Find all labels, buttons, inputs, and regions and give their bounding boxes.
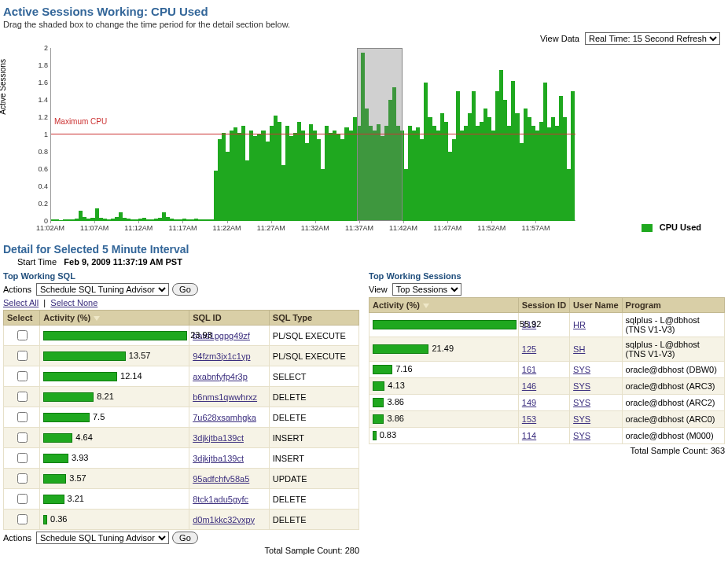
page-subtitle: Drag the shaded box to change the time p… xyxy=(3,20,725,29)
actions-label: Actions xyxy=(3,285,31,294)
col-activity[interactable]: Activity (%) xyxy=(40,311,189,326)
top-sql-title: Top Working SQL xyxy=(3,271,359,281)
page-title: Active Sessions Working: CPU Used xyxy=(3,5,725,18)
table-row: 3.218tck1adu5gyfcDELETE xyxy=(4,489,359,510)
sqlid-link[interactable]: axabnfyfp4r3p xyxy=(193,372,248,381)
sqltype-cell: DELETE xyxy=(269,510,358,530)
row-select-checkbox[interactable] xyxy=(17,330,28,340)
select-links: Select All | Select None xyxy=(3,298,359,307)
x-tick: 11:17AM xyxy=(168,224,197,232)
row-select-checkbox[interactable] xyxy=(17,432,28,443)
sqltype-cell: SELECT xyxy=(269,366,358,387)
session-id-link[interactable]: 149 xyxy=(522,398,536,407)
col-sqlid[interactable]: SQL ID xyxy=(189,311,270,326)
sessions-view-select[interactable]: Top Sessions xyxy=(392,283,461,296)
y-tick: 0.4 xyxy=(28,182,48,190)
user-name-link[interactable]: SYS xyxy=(573,431,590,440)
select-all-link[interactable]: Select All xyxy=(3,298,39,307)
session-id-link[interactable]: 146 xyxy=(522,381,536,391)
y-tick: 0.6 xyxy=(28,165,48,173)
sqlid-link[interactable]: 7u628xsamhgka xyxy=(193,413,256,422)
y-tick: 1.8 xyxy=(28,61,48,69)
program-cell: sqlplus - L@dbhost (TNS V1-V3) xyxy=(622,313,724,337)
sqltype-cell: DELETE xyxy=(269,489,358,510)
sql-actions-select-bottom[interactable]: Schedule SQL Tuning Advisor xyxy=(36,532,169,544)
table-row: 13.5794fzm3jx1c1ypPL/SQL EXECUTE xyxy=(4,346,359,366)
y-axis-label: Active Sessions xyxy=(0,59,7,115)
row-select-checkbox[interactable] xyxy=(17,351,28,361)
activity-bar xyxy=(43,413,90,422)
activity-value: 13.57 xyxy=(129,351,151,360)
sql-go-button-top[interactable]: Go xyxy=(172,283,198,296)
sqlid-link[interactable]: d0m1kkc32vxpy xyxy=(193,515,255,524)
activity-value: 4.64 xyxy=(75,432,92,442)
col-activity-sess[interactable]: Activity (%) xyxy=(370,298,519,313)
chart-bars xyxy=(51,48,575,221)
table-row: 4.13146SYSoracle@dbhost (ARC3) xyxy=(370,378,725,395)
col-user[interactable]: User Name xyxy=(570,298,622,313)
sql-go-button-bottom[interactable]: Go xyxy=(172,532,198,544)
col-program[interactable]: Program xyxy=(622,298,724,313)
view-label: View xyxy=(369,285,388,294)
row-select-checkbox[interactable] xyxy=(17,371,28,381)
row-select-checkbox[interactable] xyxy=(17,494,28,504)
user-name-link[interactable]: SYS xyxy=(573,414,590,424)
table-row: 3.86153SYSoracle@dbhost (ARC0) xyxy=(370,411,725,428)
row-select-checkbox[interactable] xyxy=(17,412,28,422)
activity-bar xyxy=(43,331,187,340)
user-name-link[interactable]: SH xyxy=(573,344,585,354)
sqltype-cell: UPDATE xyxy=(269,469,358,489)
session-id-link[interactable]: 125 xyxy=(522,344,536,354)
table-row: 0.83114SYSoracle@dbhost (M000) xyxy=(370,428,725,444)
program-cell: oracle@dbhost (ARC0) xyxy=(622,411,724,428)
table-row: 0.36d0m1kkc32vxpyDELETE xyxy=(4,510,359,530)
activity-value: 3.93 xyxy=(72,453,88,462)
session-id-link[interactable]: 153 xyxy=(522,414,536,424)
table-row: 7.16161SYSoracle@dbhost (DBW0) xyxy=(370,362,725,378)
activity-bar xyxy=(373,414,384,424)
user-name-link[interactable]: SYS xyxy=(573,365,590,374)
sqlid-link[interactable]: 3djkjtba139ct xyxy=(193,454,244,463)
user-name-link[interactable]: SYS xyxy=(573,398,590,407)
sql-sample-count: Total Sample Count: 280 xyxy=(3,546,359,555)
sqlid-link[interactable]: b6nms1qwwhrxz xyxy=(193,392,257,402)
x-tick: 11:22AM xyxy=(213,224,241,232)
sessions-chart: Active Sessions 00.20.40.60.811.21.41.61… xyxy=(3,48,725,237)
activity-bar xyxy=(373,431,377,440)
select-none-link[interactable]: Select None xyxy=(50,298,97,307)
session-id-link[interactable]: 114 xyxy=(522,431,536,440)
y-tick: 1 xyxy=(28,131,48,138)
table-row: 7.57u628xsamhgkaDELETE xyxy=(4,407,359,428)
row-select-checkbox[interactable] xyxy=(17,473,28,484)
sql-actions-row-top: Actions Schedule SQL Tuning Advisor Go xyxy=(3,283,359,296)
activity-value: 12.14 xyxy=(120,371,142,381)
view-data-select[interactable]: Real Time: 15 Second Refresh xyxy=(585,32,720,45)
user-name-link[interactable]: SYS xyxy=(573,381,590,391)
max-cpu-label: Maximum CPU xyxy=(54,117,107,126)
row-select-checkbox[interactable] xyxy=(17,392,28,402)
user-name-link[interactable]: HR xyxy=(573,320,586,329)
sqlid-link[interactable]: 3djkjtba139ct xyxy=(193,433,244,443)
activity-value: 7.16 xyxy=(395,364,412,373)
col-session[interactable]: Session ID xyxy=(518,298,569,313)
sqltype-cell: DELETE xyxy=(269,387,358,407)
col-sqltype[interactable]: SQL Type xyxy=(269,311,358,326)
time-selection-box[interactable] xyxy=(357,48,403,221)
table-row: 55.92113HRsqlplus - L@dbhost (TNS V1-V3) xyxy=(370,313,725,337)
sqlid-link[interactable]: 94fzm3jx1c1yp xyxy=(193,351,250,361)
x-tick: 11:57AM xyxy=(521,224,550,232)
sqlid-link[interactable]: 8tck1adu5gyfc xyxy=(193,495,248,504)
session-id-link[interactable]: 161 xyxy=(522,365,536,374)
sqltype-cell: DELETE xyxy=(269,407,358,428)
top-sql-panel: Top Working SQL Actions Schedule SQL Tun… xyxy=(3,271,359,555)
chart-legend: CPU Used xyxy=(642,223,701,232)
x-tick: 11:27AM xyxy=(257,224,285,232)
sql-actions-select-top[interactable]: Schedule SQL Tuning Advisor xyxy=(36,283,169,296)
activity-value: 21.49 xyxy=(432,344,454,353)
sqlid-link[interactable]: 95adfchfv58a5 xyxy=(193,474,249,484)
row-select-checkbox[interactable] xyxy=(17,453,28,463)
table-row: 3.933djkjtba139ctINSERT xyxy=(4,448,359,469)
activity-bar xyxy=(43,474,66,484)
activity-value: 3.57 xyxy=(69,473,86,483)
row-select-checkbox[interactable] xyxy=(17,514,28,524)
